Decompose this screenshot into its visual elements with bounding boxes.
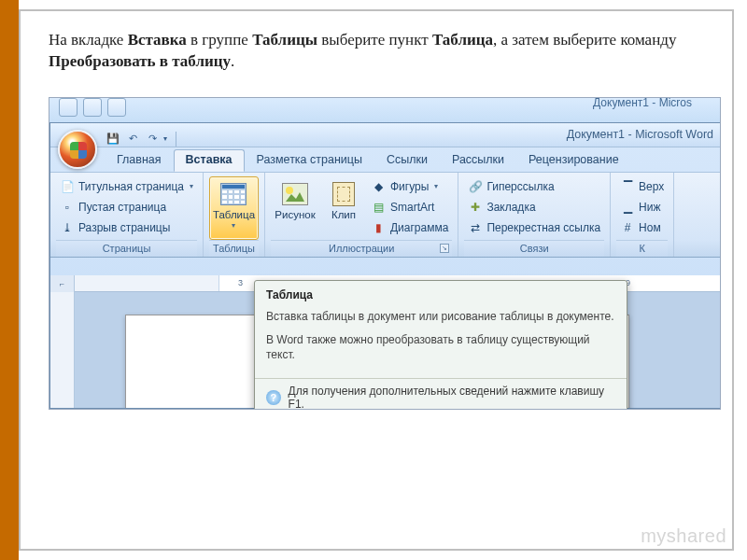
- group-tables: Таблица ▾ Таблицы: [204, 173, 265, 257]
- label: Перекрестная ссылка: [486, 221, 600, 234]
- label: Пустая страница: [78, 201, 166, 214]
- cover-page-button[interactable]: 📄 Титульная страница ▾: [56, 176, 197, 197]
- page-number-button[interactable]: # Ном: [616, 217, 665, 238]
- qat-redo-icon[interactable]: ↷: [144, 131, 161, 147]
- footer-button[interactable]: ▁ Ниж: [616, 197, 664, 217]
- blank-page-icon: ▫: [60, 200, 75, 215]
- watermark-text: myshared: [641, 525, 726, 546]
- chevron-down-icon: ▾: [232, 221, 235, 230]
- cover-page-icon: 📄: [60, 179, 75, 194]
- help-icon: ?: [266, 390, 281, 405]
- tooltip-help-text: Для получения дополнительных сведений на…: [289, 385, 615, 410]
- label: Гиперссылка: [486, 180, 554, 193]
- t: выберите пункт: [317, 31, 432, 49]
- qat-save-icon[interactable]: 💾: [105, 131, 121, 147]
- t: Преобразовать в таблицу: [49, 52, 231, 70]
- tab-page-layout[interactable]: Разметка страницы: [245, 149, 374, 172]
- smartart-button[interactable]: ▤ SmartArt: [368, 197, 452, 217]
- tooltip-title: Таблица: [255, 281, 627, 305]
- tooltip-line: В Word также можно преобразовать в табли…: [266, 332, 615, 364]
- label: Клип: [331, 209, 356, 221]
- chart-icon: ▮: [372, 220, 387, 235]
- label: Ниж: [639, 201, 660, 214]
- group-label-ko: К: [616, 240, 668, 257]
- slide: На вкладке Вставка в группе Таблицы выбе…: [19, 9, 734, 551]
- shapes-button[interactable]: ◆ Фигуры ▾: [368, 176, 452, 197]
- t: На вкладке: [49, 31, 128, 49]
- t: Таблица: [432, 31, 493, 49]
- label: Закладка: [486, 201, 535, 214]
- quick-access-toolbar: 💾 ↶ ↷ ▾: [105, 131, 178, 147]
- header-button[interactable]: ▔ Верх: [616, 176, 668, 197]
- group-pages: 📄 Титульная страница ▾ ▫ Пустая страница…: [50, 173, 204, 257]
- qat-bg: [59, 98, 126, 117]
- dialog-launcher-icon[interactable]: ↘: [440, 244, 449, 253]
- picture-icon: [280, 181, 310, 207]
- hyperlink-icon: 🔗: [468, 179, 483, 194]
- group-illustrations: Рисунок Клип ◆ Фигуры ▾: [265, 173, 458, 257]
- group-links: 🔗 Гиперссылка ✚ Закладка ⇄ Перекрестная …: [458, 173, 611, 257]
- label: Разрыв страницы: [78, 221, 170, 234]
- tab-home[interactable]: Главная: [105, 149, 174, 172]
- label: К: [639, 243, 644, 254]
- bg-window-title: Документ1 - Micros: [593, 97, 692, 109]
- table-tooltip: Таблица Вставка таблицы в документ или р…: [254, 280, 627, 410]
- blank-page-button[interactable]: ▫ Пустая страница: [56, 197, 170, 217]
- picture-button[interactable]: Рисунок: [271, 176, 319, 240]
- label: Таблица: [213, 209, 255, 221]
- qat-customize-icon[interactable]: ▾: [163, 134, 171, 143]
- tooltip-footer: ? Для получения дополнительных сведений …: [255, 378, 627, 410]
- t: , а затем выберите команду: [493, 31, 676, 49]
- qat-undo-icon[interactable]: ↶: [124, 131, 141, 147]
- group-label-illustrations: Иллюстрации ↘: [271, 240, 452, 257]
- group-label-links: Связи: [464, 240, 604, 257]
- word-window: 💾 ↶ ↷ ▾ Документ1 - Microsoft Word Главн…: [49, 122, 721, 409]
- t: .: [231, 52, 234, 70]
- clipart-icon: [329, 181, 359, 207]
- word-screenshot: Документ1 - Micros 💾 ↶ ↷ ▾ Документ1 - M…: [49, 97, 721, 410]
- label: Верх: [639, 180, 664, 193]
- instruction-text: На вкладке Вставка в группе Таблицы выбе…: [49, 30, 704, 73]
- label: Связи: [520, 243, 549, 254]
- t: Вставка: [128, 31, 187, 49]
- label: Диаграмма: [390, 221, 448, 234]
- tooltip-body: Вставка таблицы в документ или рисование…: [255, 305, 627, 378]
- label: Иллюстрации: [329, 243, 394, 254]
- crossref-button[interactable]: ⇄ Перекрестная ссылка: [464, 217, 604, 238]
- group-label-tables: Таблицы: [209, 240, 259, 257]
- crossref-icon: ⇄: [468, 220, 483, 235]
- ruler-corner-icon[interactable]: ⌐: [50, 275, 75, 292]
- tab-review[interactable]: Рецензирование: [516, 149, 631, 172]
- group-headerfooter: ▔ Верх ▁ Ниж # Ном К: [611, 173, 674, 257]
- label: Таблицы: [213, 243, 255, 254]
- label: Ном: [639, 221, 661, 234]
- chart-button[interactable]: ▮ Диаграмма: [368, 217, 452, 238]
- window-title: Документ1 - Microsoft Word: [567, 128, 713, 141]
- table-icon: [218, 181, 248, 207]
- qat-sep: [176, 132, 176, 147]
- hyperlink-button[interactable]: 🔗 Гиперссылка: [464, 176, 557, 197]
- tab-references[interactable]: Ссылки: [374, 149, 440, 172]
- page-number-icon: #: [620, 220, 635, 235]
- qat-bg-btn[interactable]: [107, 98, 126, 117]
- label: Страницы: [103, 243, 151, 254]
- tab-mailings[interactable]: Рассылки: [440, 149, 516, 172]
- watermark: myshared: [641, 525, 726, 547]
- label: Титульная страница: [78, 180, 184, 193]
- qat-bg-btn[interactable]: [83, 98, 102, 117]
- header-icon: ▔: [620, 179, 635, 194]
- chevron-down-icon: ▾: [434, 182, 438, 190]
- clipart-button[interactable]: Клип: [323, 176, 364, 240]
- ruler-tick: 3: [238, 278, 243, 287]
- table-button[interactable]: Таблица ▾: [209, 176, 259, 240]
- bookmark-button[interactable]: ✚ Закладка: [464, 197, 539, 217]
- office-button[interactable]: [58, 130, 97, 169]
- bookmark-icon: ✚: [468, 200, 483, 215]
- label: Фигуры: [390, 180, 429, 193]
- qat-bg-btn[interactable]: [59, 98, 78, 117]
- tab-insert[interactable]: Вставка: [174, 149, 245, 172]
- group-label-pages: Страницы: [56, 240, 197, 257]
- label: SmartArt: [390, 201, 434, 214]
- ruler-vertical[interactable]: [50, 292, 75, 408]
- page-break-button[interactable]: ⤓ Разрыв страницы: [56, 217, 174, 238]
